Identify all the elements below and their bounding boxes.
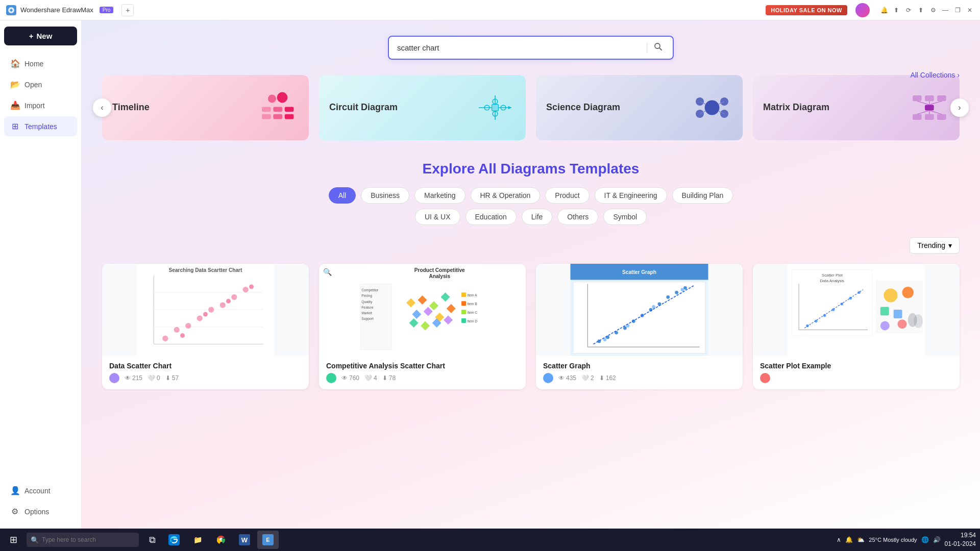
filter-marketing[interactable]: Marketing [414,187,465,204]
holiday-sale-button[interactable]: HOLIDAY SALE ON NOW [766,5,847,15]
close-button[interactable]: ✕ [966,6,974,14]
show-hidden-icon[interactable]: ∧ [837,536,841,543]
search-bar [388,36,674,60]
sort-dropdown[interactable]: Trending ▾ [910,237,960,254]
filter-it-engineering[interactable]: IT & Engineering [595,187,667,204]
carousel-next-button[interactable]: › [950,98,969,117]
carousel-card-science[interactable]: Science Diagram [536,75,743,140]
start-button[interactable]: ⊞ [4,531,22,549]
new-button[interactable]: + New [4,27,77,45]
sidebar-item-account[interactable]: 👤 Account [4,481,77,500]
task-view-button[interactable]: ⧉ [143,531,161,549]
taskbar-app-edrawmax[interactable]: E [257,531,279,549]
carousel-card-timeline[interactable]: Timeline [102,75,309,140]
svg-point-55 [231,294,237,300]
template-card-competitive[interactable]: 🔍 Product Competitive Analysis Competito… [319,264,526,389]
svg-point-60 [249,285,254,289]
filter-building-plan[interactable]: Building Plan [672,187,733,204]
science-visual [692,87,732,128]
tier-badge: Pro [100,7,114,13]
volume-icon[interactable]: 🔊 [933,536,941,543]
notification-tray-icon[interactable]: 🔔 [845,536,853,543]
taskbar-app-word[interactable]: W [234,531,255,549]
filter-all[interactable]: All [329,187,356,204]
edrawmax-icon: E [262,534,274,545]
taskbar-app-edge[interactable] [163,531,185,549]
svg-rect-87 [461,310,466,314]
template-thumb-competitive: 🔍 Product Competitive Analysis Competito… [319,264,526,356]
update-icon[interactable]: ⬆ [892,6,900,14]
open-icon: 📂 [10,80,19,89]
upload-icon[interactable]: ⬆ [917,6,925,14]
svg-point-110 [652,305,655,309]
filter-others[interactable]: Others [557,209,598,225]
sidebar-item-home[interactable]: 🏠 Home [4,54,77,73]
filter-education[interactable]: Education [465,209,517,225]
svg-point-56 [243,287,249,292]
template-meta-data-scatter: 👁 215 🤍 0 ⬇ 57 [109,373,302,383]
carousel-card-matrix[interactable]: Matrix Diagram [753,75,960,140]
filter-business[interactable]: Business [361,187,409,204]
svg-rect-31 [937,95,946,101]
sidebar-item-open[interactable]: 📂 Open [4,74,77,94]
sidebar-item-options[interactable]: ⚙ Options [4,502,77,521]
search-overlay-icon: 🔍 [323,268,332,276]
add-tab-button[interactable]: + [121,4,134,16]
filter-ui-ux[interactable]: UI & UX [415,209,460,225]
search-input[interactable] [397,43,643,52]
svg-text:Item C: Item C [467,311,477,314]
taskbar-app-explorer[interactable]: 📁 [187,531,208,549]
filter-hr-operation[interactable]: HR & Operation [471,187,541,204]
sidebar: + New 🏠 Home 📂 Open 📥 Import ⊞ Templates… [0,20,82,529]
sidebar-item-templates[interactable]: ⊞ Templates [4,116,77,136]
svg-text:Searching Data Scartter Chart: Searching Data Scartter Chart [169,267,242,273]
taskbar-search[interactable]: 🔍 [27,533,139,547]
svg-rect-85 [461,301,466,306]
template-card-scatter-graph[interactable]: Scatter Graph [536,264,743,389]
svg-text:Item A: Item A [467,293,477,297]
author-avatar-competitive [326,373,336,383]
taskbar: ⊞ 🔍 ⧉ 📁 W E ∧ 🔔 ⛅ 25°C Mostly cloudy 🌐 🔊… [0,529,980,551]
taskbar-search-input[interactable] [42,536,129,543]
carousel-card-circuit[interactable]: Circuit Diagram [319,75,526,140]
svg-line-36 [917,101,929,105]
timeline-visual [258,87,299,128]
filter-symbol[interactable]: Symbol [603,209,647,225]
maximize-button[interactable]: ❐ [953,6,962,14]
minimize-button[interactable]: — [941,6,949,14]
svg-point-105 [666,295,670,299]
template-info-data-scatter: Data Scatter Chart 👁 215 🤍 0 ⬇ 57 [102,356,309,389]
filter-product[interactable]: Product [545,187,589,204]
filter-life[interactable]: Life [522,209,553,225]
search-button[interactable] [651,42,665,54]
author-avatar-scatter-graph [543,373,553,383]
svg-rect-32 [925,105,934,110]
svg-point-133 [898,319,907,329]
network-icon: 🌐 [921,536,929,543]
template-card-data-scatter[interactable]: Searching Data Scartter Chart [102,264,309,389]
taskbar-app-chrome[interactable] [210,531,232,549]
avatar[interactable] [855,3,870,17]
svg-rect-35 [937,114,946,120]
svg-point-132 [880,321,890,331]
sidebar-item-import[interactable]: 📥 Import [4,95,77,115]
template-meta-scatter-plot [760,373,952,383]
svg-text:Analysis: Analysis [429,273,450,279]
carousel: Timeline [102,75,960,140]
template-card-scatter-plot[interactable]: Scatter Plot Data Analysis [753,264,960,389]
settings-icon[interactable]: ⚙ [929,6,937,14]
notification-icon[interactable]: 🔔 [880,6,888,14]
all-collections-link[interactable]: All Collections › [910,71,960,79]
edge-icon [168,534,180,545]
account-icon: 👤 [10,486,19,495]
carousel-prev-button[interactable]: ‹ [93,98,111,117]
svg-marker-19 [508,106,511,109]
svg-rect-89 [461,318,466,323]
svg-point-4 [277,92,288,103]
svg-point-135 [914,314,923,328]
template-meta-competitive: 👁 760 🤍 4 ⬇ 78 [326,373,519,383]
svg-text:Support: Support [361,317,374,321]
taskbar-time: 19:54 01-01-2024 [945,531,976,548]
matrix-visual [909,87,949,128]
share-icon[interactable]: ⟳ [904,6,913,14]
